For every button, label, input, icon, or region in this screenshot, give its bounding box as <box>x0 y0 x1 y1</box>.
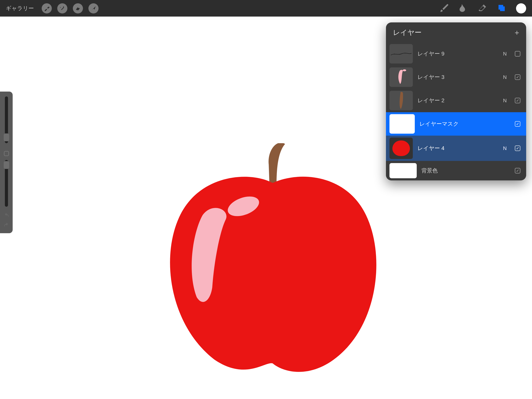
layer-thumbnail <box>389 44 413 64</box>
color-picker[interactable] <box>516 3 526 13</box>
layer-thumbnail <box>389 138 413 159</box>
apple-artwork <box>148 143 397 381</box>
layer-thumbnail <box>389 163 417 178</box>
arrow-icon <box>90 6 96 11</box>
blend-mode[interactable]: N <box>503 98 507 104</box>
layer-thumbnail <box>389 67 413 87</box>
layers-tool[interactable] <box>497 3 506 13</box>
layer-row-selected[interactable]: レイヤー 4 N <box>386 135 526 161</box>
visibility-checkbox[interactable] <box>515 74 520 80</box>
layer-label: レイヤー 9 <box>418 50 498 58</box>
actions-button[interactable] <box>42 3 52 13</box>
selection-icon <box>75 6 81 11</box>
add-layer-button[interactable]: + <box>515 29 519 37</box>
layer-row[interactable]: レイヤー 9 N <box>386 42 526 65</box>
smudge-icon <box>459 3 468 13</box>
visibility-checkbox[interactable] <box>515 98 520 103</box>
layers-title: レイヤー <box>393 28 422 37</box>
wrench-icon <box>44 6 50 11</box>
svg-point-2 <box>399 54 399 55</box>
brush-size-thumb[interactable] <box>4 134 9 141</box>
gallery-button[interactable]: ギャラリー <box>6 5 34 12</box>
visibility-checkbox[interactable] <box>515 146 520 151</box>
layer-thumbnail <box>389 114 415 134</box>
smudge-tool[interactable] <box>459 3 468 13</box>
layer-row[interactable]: レイヤー 2 N <box>386 89 526 112</box>
eraser-tool[interactable] <box>478 3 487 13</box>
layer-row[interactable]: レイヤー 3 N <box>386 65 526 89</box>
visibility-checkbox[interactable] <box>515 168 520 174</box>
top-right-tools <box>440 3 526 13</box>
brush-tool[interactable] <box>440 3 449 13</box>
blend-mode[interactable]: N <box>503 74 507 80</box>
layer-label: 背景色 <box>421 167 502 174</box>
layer-label: レイヤーマスク <box>419 120 502 128</box>
layers-icon <box>497 3 506 13</box>
opacity-thumb[interactable] <box>4 161 9 169</box>
svg-point-1 <box>394 54 395 54</box>
modify-button[interactable] <box>4 151 9 156</box>
blend-mode[interactable]: N <box>503 145 507 151</box>
layer-label: レイヤー 2 <box>418 97 498 104</box>
wand-icon <box>59 6 65 11</box>
brush-size-slider[interactable] <box>5 97 8 143</box>
adjustments-button[interactable] <box>57 3 67 13</box>
selection-button[interactable] <box>73 3 83 13</box>
svg-point-3 <box>405 53 405 54</box>
layers-panel: レイヤー + レイヤー 9 N レイヤー 3 N レイヤー 2 N レイヤーマス… <box>386 22 526 180</box>
blend-mode[interactable]: N <box>503 51 507 57</box>
visibility-checkbox[interactable] <box>515 121 520 127</box>
brush-icon <box>440 3 449 13</box>
background-layer-row[interactable]: 背景色 <box>386 161 526 180</box>
svg-point-4 <box>403 69 406 71</box>
layer-label: レイヤー 4 <box>418 145 498 152</box>
layers-header: レイヤー + <box>386 22 526 42</box>
layer-mask-row[interactable]: レイヤーマスク <box>386 112 526 135</box>
undo-icon[interactable] <box>3 212 10 219</box>
eraser-icon <box>478 3 487 13</box>
top-toolbar: ギャラリー <box>0 0 532 17</box>
layer-thumbnail <box>389 91 413 110</box>
transform-button[interactable] <box>89 3 99 13</box>
opacity-slider[interactable] <box>5 160 8 207</box>
redo-icon[interactable] <box>3 222 10 229</box>
side-panel <box>0 91 13 233</box>
layer-label: レイヤー 3 <box>418 73 498 81</box>
visibility-checkbox[interactable] <box>515 51 520 57</box>
